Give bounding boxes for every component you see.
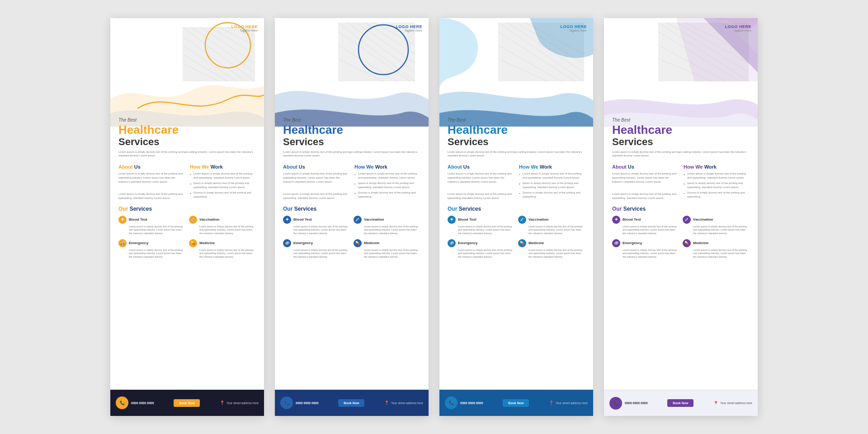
logo-tagline: Tagline Here (725, 29, 751, 32)
logo-text: LOGO HERE (396, 24, 422, 29)
about-us-body2: Lorem ipsum is simply dummy text of the … (448, 192, 514, 200)
medicine-icon: 💊 (518, 239, 526, 247)
how-we-work-title: How We Work (519, 164, 585, 170)
service-header-med: 💊 Medicine (354, 239, 420, 247)
about-us-body1: Lorem ipsum is simply dummy text of the … (448, 172, 514, 184)
vaccination-icon: 💉 (683, 216, 691, 224)
service-emergency: 🚑 Emergency Lorem ipsum is simply dummy … (448, 239, 514, 259)
service-header-emerg: 🚑 Emergency (283, 239, 350, 247)
phone-icon-circle: 📞 (116, 396, 128, 409)
service-emergency: 🚑 Emergency Lorem ipsum is simply dummy … (612, 239, 679, 259)
book-now-button[interactable]: Book Now (503, 399, 529, 407)
bullet-item-1: Lorem ipsum is simply dummy text of the … (519, 172, 585, 180)
services-title-text: Services (612, 137, 750, 147)
service-desc-blood: Lorem ipsum is simply dummy text of the … (293, 225, 350, 236)
about-howwework-cols: About Us Lorem ipsum is simply dummy tex… (118, 164, 256, 200)
flyer-orange: LOGO HERE Tagline Here The Best Healthca… (110, 18, 264, 416)
flyer-content: The Best Healthcare Services Lorem ipsum… (439, 118, 593, 389)
logo-area: LOGO HERE Tagline Here (725, 24, 751, 32)
our-services-title: Our Services (448, 206, 585, 212)
address-text: Your street address here (556, 401, 588, 405)
service-vaccination: 💉 Vaccination Lorem ipsum is simply dumm… (518, 216, 585, 236)
bottom-bar-teal: 📞 0000 0000 0000 Book Now 📍 Your street … (439, 390, 593, 416)
shape-top-blue (275, 18, 429, 127)
about-us-col: About Us Lorem ipsum is simply dummy tex… (283, 164, 349, 200)
about-us-title: About Us (118, 164, 184, 170)
service-header-vax: 💉 Vaccination (354, 216, 420, 224)
logo-tagline: Tagline Here (231, 29, 258, 32)
how-we-work-title: How We Work (354, 164, 420, 170)
service-medicine: 💊 Medicine Lorem ipsum is simply dummy t… (354, 239, 420, 259)
services-title-text: Services (448, 137, 585, 147)
phone-icon-circle: 📞 (280, 396, 293, 409)
logo-tagline: Tagline Here (560, 29, 587, 32)
service-medicine: 💊 Medicine Lorem ipsum is simply dummy t… (189, 239, 256, 259)
about-howwework-cols: About Us Lorem ipsum is simply dummy tex… (448, 164, 585, 200)
bottom-bar-purple: 📞 0000 0000 0000 Book Now 📍 Your street … (604, 390, 758, 416)
main-description: Lorem ipsum is simply dummy text of the … (448, 150, 585, 158)
about-us-body1: Lorem ipsum is simply dummy text of the … (118, 172, 184, 184)
healthcare-title: Healthcare (612, 123, 750, 137)
service-name-med: Medicine (528, 241, 544, 245)
phone-number: 0000 0000 0000 (296, 401, 319, 405)
shape-top-teal (439, 18, 593, 127)
how-we-work-list: Lorem ipsum is simply dummy text of the … (519, 172, 585, 199)
contact-section: 📞 0000 0000 0000 (116, 396, 154, 409)
flyer-content: The Best Healthcare Services Lorem ipsum… (110, 118, 264, 389)
service-name-emerg: Emergency (623, 241, 642, 245)
emergency-icon: 🚑 (448, 239, 456, 247)
service-desc-blood: Lorem ipsum is simply dummy text of the … (458, 225, 514, 236)
book-now-button[interactable]: Book Now (667, 399, 693, 407)
about-us-body2: Lorem ipsum is simply dummy text of the … (612, 192, 678, 200)
flyer-content: The Best Healthcare Services Lorem ipsum… (275, 118, 429, 389)
book-now-button[interactable]: Book Now (174, 399, 200, 407)
about-us-body1: Lorem ipsum is simply dummy text of the … (283, 172, 349, 184)
address-section: 📍 Your street address here (549, 401, 588, 405)
service-header-vax: 💉 Vaccination (518, 216, 585, 224)
service-desc-vax: Lorem ipsum is simply dummy text of the … (364, 225, 420, 236)
logo-text: LOGO HERE (231, 24, 258, 29)
phone-number: 0000 0000 0000 (625, 401, 648, 405)
shape-top-purple (604, 18, 758, 127)
services-title-text: Services (118, 137, 256, 147)
how-we-work-col: How We Work Lorem ipsum is simply dummy … (190, 164, 256, 200)
service-header-emerg: 🚑 Emergency (118, 239, 185, 247)
address-text: Your street address here (391, 401, 423, 405)
service-header-vax: 💉 Vaccination (189, 216, 256, 224)
how-we-work-list: Lorem ipsum is simply dummy text of the … (190, 172, 256, 199)
about-us-body1: Lorem ipsum is simply dummy text of the … (612, 172, 678, 184)
vaccination-icon: 💉 (354, 216, 362, 224)
services-grid: ✚ Blood Test Lorem ipsum is simply dummy… (448, 216, 585, 259)
how-we-work-title: How We Work (684, 164, 750, 170)
main-description: Lorem ipsum is simply dummy text of the … (118, 150, 256, 158)
blood-test-icon: ✚ (612, 216, 620, 224)
book-now-button[interactable]: Book Now (338, 399, 364, 407)
service-name-vax: Vaccination (693, 217, 713, 222)
location-icon: 📍 (549, 401, 554, 405)
service-name-emerg: Emergency (458, 241, 477, 245)
emergency-icon: 🚑 (118, 239, 127, 247)
flyers-container: LOGO HERE Tagline Here The Best Healthca… (0, 0, 868, 434)
service-desc-vax: Lorem ipsum is simply dummy text of the … (528, 225, 585, 236)
services-grid: ✚ Blood Test Lorem ipsum is simply dummy… (612, 216, 750, 259)
service-name-emerg: Emergency (293, 241, 313, 245)
phone-number: 0000 0000 0000 (460, 401, 483, 405)
how-we-work-title: How We Work (190, 164, 256, 170)
contact-section: 📞 0000 0000 0000 (609, 397, 648, 410)
service-desc-med: Lorem ipsum is simply dummy text of the … (528, 249, 585, 259)
medicine-icon: 💊 (189, 239, 197, 247)
the-best-text: The Best (612, 118, 750, 123)
bullet-item-2: Ipsum is simply dummy text of the printi… (519, 181, 585, 189)
flyer-teal: LOGO HERE Tagline Here The Best Healthca… (439, 18, 593, 416)
service-desc-med: Lorem ipsum is simply dummy text of the … (199, 249, 256, 259)
about-us-col: About Us Lorem ipsum is simply dummy tex… (448, 164, 514, 200)
logo-area: LOGO HERE Tagline Here (560, 24, 587, 32)
service-desc-vax: Lorem ipsum is simply dummy text of the … (693, 225, 750, 236)
logo-tagline: Tagline Here (396, 29, 422, 32)
service-medicine: 💊 Medicine Lorem ipsum is simply dummy t… (518, 239, 585, 259)
main-description: Lorem ipsum is simply dummy text of the … (283, 150, 420, 158)
service-vaccination: 💉 Vaccination Lorem ipsum is simply dumm… (683, 216, 750, 236)
bullet-item-1: Lorem ipsum is simply dummy text of the … (190, 172, 256, 180)
service-header-med: 💊 Medicine (189, 239, 256, 247)
service-header-blood: ✚ Blood Test (283, 216, 350, 224)
